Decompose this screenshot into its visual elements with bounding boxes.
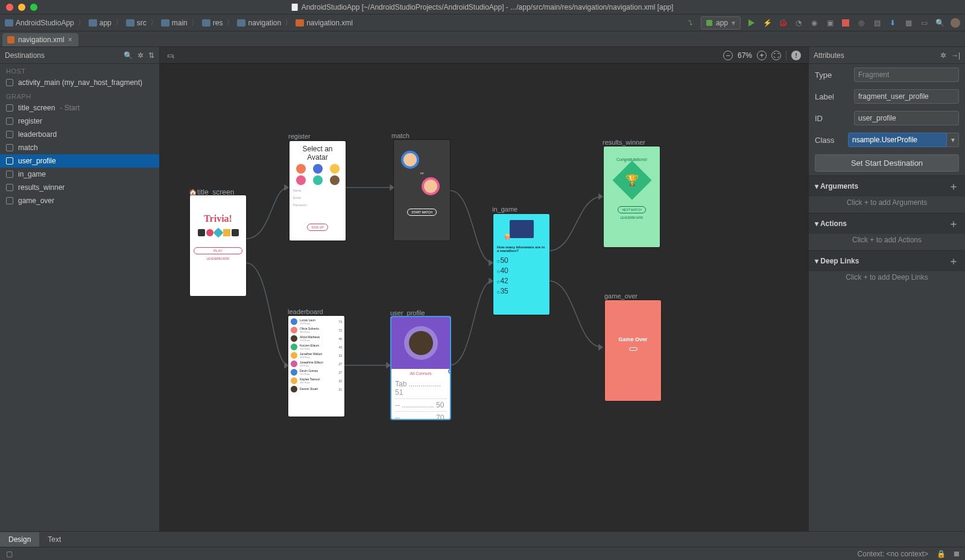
add-action-icon[interactable]: ＋ [948,216,959,231]
status-left-icon[interactable]: ▢ [6,550,13,558]
attr-input-class[interactable] [848,133,947,147]
deeplinks-hint: Click + to add Deep Links [809,271,965,288]
zoom-in-icon[interactable]: + [757,51,767,60]
node-leaderboard[interactable]: Lucas Leon153 Runs73Olivia Solverio164 R… [288,316,344,417]
titlebar: AndroidStudioApp [~/AndroidStudioProject… [0,0,965,14]
node-label-results-winner: results_winner [603,139,645,146]
add-deeplink-icon[interactable]: ＋ [948,254,959,268]
node-label-register: register [288,133,311,140]
set-start-destination-button[interactable]: Set Start Destination [815,154,959,172]
attr-label-label: Label [815,92,848,101]
context-label[interactable]: Context: <no context> [858,550,928,558]
attr-label-class: Class [815,136,842,145]
leaderboard-row: Darwin Stuart21 [291,386,342,392]
tab-text[interactable]: Text [39,532,69,547]
errors-icon[interactable]: ! [791,51,801,60]
leaderboard-row: Koczen Elaum115 Runs43 [291,344,342,350]
nav-graph-canvas[interactable]: 🏠title_screen Trivia! PLAY LEADERBOARD [160,64,808,531]
project-structure-icon[interactable]: ▭ [919,18,929,28]
destination-item-title-screen[interactable]: title_screen - Start [0,101,159,115]
node-register[interactable]: Select an Avatar Name Email Password SIG… [290,141,346,241]
breadcrumb-item[interactable]: navigation [237,19,281,27]
lock-icon[interactable]: 🔒 [937,550,946,558]
destinations-panel: Destinations 🔍 ✲ ⇅ HOST activity_main (m… [0,47,160,531]
minimize-panel-icon[interactable]: →| [951,51,960,60]
zoom-level: 67% [738,51,752,60]
apply-changes-icon[interactable]: ⚡ [762,18,772,28]
node-user-profile[interactable]: Ali Connors Tab ................ 51 -- .… [391,317,450,419]
sdk-manager-icon[interactable]: ▤ [872,18,882,28]
breadcrumb: AndroidStudioApp〉 app〉 src〉 main〉 res〉 n… [5,17,353,28]
run-configuration-dropdown[interactable]: app ▾ [701,16,741,30]
breadcrumb-item[interactable]: AndroidStudioApp [5,19,74,27]
class-dropdown-icon[interactable]: ▾ [947,133,959,147]
memory-indicator-icon[interactable] [954,552,959,556]
host-section-label: HOST [0,64,159,76]
minimize-window-button[interactable] [18,4,25,11]
profiler-icon[interactable]: ◔ [794,18,803,28]
leaderboard-row: Josephine Ellison93 Runs27 [291,360,342,367]
layout-inspector-icon[interactable]: ⬇ [888,18,897,28]
node-label-leaderboard: leaderboard [288,308,323,315]
zoom-out-icon[interactable]: − [723,51,733,60]
attach-debugger-icon[interactable]: ▣ [825,18,835,28]
breadcrumb-item[interactable]: src [126,19,147,27]
attr-label-id: ID [815,114,848,123]
leaderboard-row: Kaylee Tawson101 Runs22 [291,377,342,384]
sync-icon[interactable]: ⭝ [685,18,695,28]
breadcrumb-item[interactable]: main [161,19,188,27]
close-tab-icon[interactable]: × [68,36,72,44]
destination-item-register[interactable]: register [0,115,159,128]
node-label-match: match [391,132,410,139]
section-deep-links[interactable]: ▾ Deep Links＋ [809,250,965,271]
destination-item-leaderboard[interactable]: leaderboard [0,128,159,141]
editor-tab-navigation[interactable]: navigation.xml × [2,33,78,46]
editor-mode-tabs: Design Text [0,531,965,547]
zoom-fit-icon[interactable]: ⛶ [771,51,781,60]
graph-section-label: GRAPH [0,89,159,101]
action-handle[interactable] [448,369,450,374]
gear-icon[interactable]: ✲ [940,51,946,60]
destination-item-match[interactable]: match [0,141,159,154]
node-title-screen[interactable]: Trivia! PLAY LEADERBOARD [190,195,246,296]
maximize-window-button[interactable] [30,4,37,11]
nested-graph-icon[interactable]: ⇅ [148,51,154,60]
breadcrumb-item[interactable]: app [89,19,112,27]
debug-icon[interactable]: 🐞 [778,18,788,28]
close-window-button[interactable] [6,4,13,11]
section-arguments[interactable]: ▾ Arguments＋ [809,175,965,197]
node-match[interactable]: vs START MATCH [394,140,450,241]
add-argument-icon[interactable]: ＋ [948,179,959,193]
destination-item-in-game[interactable]: in_game [0,168,159,181]
attr-input-label[interactable] [854,89,959,104]
new-destination-icon[interactable]: ▭+ [167,51,177,60]
destination-item-results-winner[interactable]: results_winner [0,181,159,194]
section-actions[interactable]: ▾ Actions＋ [809,213,965,234]
destination-item-user-profile[interactable]: user_profile [0,154,159,168]
breadcrumb-item[interactable]: navigation.xml [296,19,353,27]
node-label-in-game: in_game [492,206,517,213]
node-results-winner[interactable]: Congratulations! 🏆 NEXT MATCH LEADERBOAR… [604,146,660,247]
stop-icon[interactable] [841,18,850,28]
search-icon[interactable]: 🔍 [124,51,133,60]
attr-input-type[interactable] [854,68,959,82]
node-in-game[interactable]: 🍿 How many kilometers are in a marathon?… [493,214,549,315]
breadcrumb-item[interactable]: res [202,19,223,27]
destination-item-game-over[interactable]: game_over [0,194,159,207]
attr-input-id[interactable] [854,111,959,125]
avatar-icon[interactable] [951,18,960,28]
profiler2-icon[interactable]: ◉ [809,18,819,28]
leaderboard-row: Jonathan Walton103 Runs33 [291,352,342,359]
search-everywhere-icon[interactable]: 🔍 [935,18,944,28]
node-game-over[interactable]: Game Over [605,300,661,401]
device-file-explorer-icon[interactable]: ▦ [903,18,913,28]
avd-manager-icon[interactable]: ◎ [856,18,866,28]
main-toolbar: ⭝ app ▾ ⚡ 🐞 ◔ ◉ ▣ ◎ ▤ ⬇ ▦ ▭ 🔍 [685,16,960,30]
navigation-toolbar: AndroidStudioApp〉 app〉 src〉 main〉 res〉 n… [0,14,965,31]
gear-icon[interactable]: ✲ [138,51,144,60]
tab-design[interactable]: Design [0,532,39,547]
leaderboard-row: Devin Gomes115 Runs27 [291,369,342,376]
window-title: AndroidStudioApp [~/AndroidStudioProject… [302,3,674,11]
run-icon[interactable] [747,18,756,28]
host-item[interactable]: activity_main (my_nav_host_fragment) [0,76,159,89]
